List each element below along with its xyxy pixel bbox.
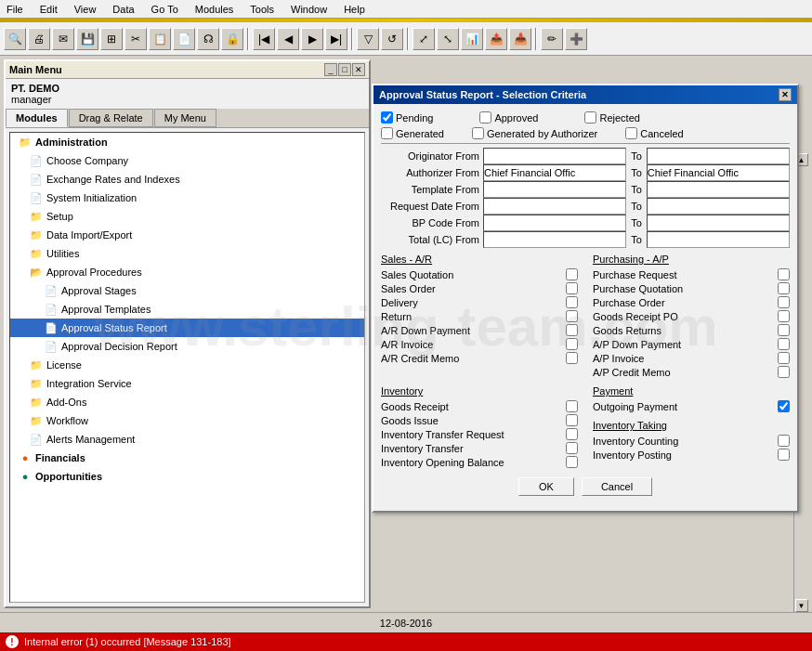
total-to-input[interactable] [647, 231, 790, 248]
toolbar-import-btn[interactable]: 📥 [509, 28, 531, 50]
toolbar-copy-btn[interactable]: 📋 [149, 28, 171, 50]
inv-opening-balance-checkbox[interactable] [566, 456, 578, 468]
template-from-input[interactable] [483, 181, 626, 198]
tree-item-choose-company[interactable]: 📄 Choose Company [10, 151, 364, 170]
toolbar-export-btn[interactable]: 📤 [485, 28, 507, 50]
ap-down-payment-checkbox[interactable] [778, 338, 790, 350]
cancel-button[interactable]: Cancel [582, 477, 652, 496]
tree-item-alerts[interactable]: 📄 Alerts Management [10, 430, 364, 449]
menu-data[interactable]: Data [110, 3, 137, 16]
toolbar-lock-btn[interactable]: 🔒 [221, 28, 243, 50]
toolbar-delete-btn[interactable]: ✂ [124, 28, 147, 50]
tree-item-workflow[interactable]: 📁 Workflow [10, 411, 364, 430]
tree-item-approval-status[interactable]: 📄 Approval Status Report [10, 319, 364, 337]
ar-down-payment-checkbox[interactable] [566, 324, 578, 336]
outgoing-payment-checkbox[interactable] [778, 400, 790, 412]
tree-item-system-init[interactable]: 📄 System Initialization [10, 189, 364, 207]
dialog-close-btn[interactable]: ✕ [779, 88, 792, 101]
toolbar-email-btn[interactable]: ✉ [52, 28, 74, 50]
menu-goto[interactable]: Go To [149, 3, 181, 16]
ap-credit-memo-checkbox[interactable] [778, 366, 790, 378]
menu-help[interactable]: Help [341, 3, 368, 16]
generated-checkbox[interactable] [381, 127, 393, 139]
originator-to-input[interactable] [647, 148, 790, 164]
return-checkbox[interactable] [566, 310, 578, 322]
tab-my-menu[interactable]: My Menu [154, 109, 216, 127]
toolbar-save-btn[interactable]: 💾 [76, 28, 98, 50]
authorizer-to-input[interactable] [647, 164, 790, 181]
menu-modules[interactable]: Modules [192, 3, 237, 16]
inv-taking-section-title[interactable]: Inventory Taking [593, 420, 790, 431]
tree-item-license[interactable]: 📁 License [10, 356, 364, 374]
template-to-input[interactable] [647, 181, 790, 198]
toolbar-add-btn[interactable]: ➕ [565, 28, 587, 50]
toolbar-print-btn[interactable]: 🖨 [28, 28, 50, 50]
inv-posting-checkbox[interactable] [778, 449, 790, 461]
purchase-request-checkbox[interactable] [778, 268, 790, 280]
inv-counting-checkbox[interactable] [778, 435, 790, 447]
tree-section-financials[interactable]: ● Financials [10, 449, 364, 467]
menu-window[interactable]: Window [288, 3, 330, 16]
toolbar-filter-btn[interactable]: ▽ [357, 28, 379, 50]
purchase-quotation-checkbox[interactable] [778, 282, 790, 294]
goods-issue-checkbox[interactable] [566, 414, 578, 426]
panel-minimize-btn[interactable]: _ [324, 63, 337, 76]
sales-order-checkbox[interactable] [566, 282, 578, 294]
inventory-section-title[interactable]: Inventory [381, 385, 578, 397]
pending-checkbox[interactable] [381, 111, 393, 124]
sales-section-title[interactable]: Sales - A/R [381, 254, 578, 265]
toolbar-grid-btn[interactable]: ⊞ [100, 28, 123, 50]
toolbar-expand-btn[interactable]: ⤢ [413, 28, 435, 50]
tab-modules[interactable]: Modules [6, 109, 68, 127]
purchase-order-checkbox[interactable] [778, 296, 790, 308]
goods-receipt-po-checkbox[interactable] [778, 310, 790, 322]
menu-tools[interactable]: Tools [247, 3, 277, 16]
goods-receipt-checkbox[interactable] [566, 400, 578, 412]
request-date-from-input[interactable] [483, 198, 626, 215]
menu-view[interactable]: View [72, 3, 99, 16]
tree-item-approval-stages[interactable]: 📄 Approval Stages [10, 281, 364, 300]
ar-credit-memo-checkbox[interactable] [566, 352, 578, 364]
approved-checkbox[interactable] [479, 111, 491, 124]
toolbar-edit-btn[interactable]: ✏ [541, 28, 563, 50]
tree-section-administration[interactable]: 📁 Administration [10, 133, 364, 151]
generated-authorizer-checkbox[interactable] [472, 127, 484, 139]
bp-code-to-input[interactable] [647, 215, 790, 231]
ok-button[interactable]: OK [518, 477, 574, 496]
toolbar-first-btn[interactable]: |◀ [253, 28, 275, 50]
authorizer-from-input[interactable] [483, 164, 626, 181]
tree-item-approval-decision[interactable]: 📄 Approval Decision Report [10, 337, 364, 356]
toolbar-last-btn[interactable]: ▶| [325, 28, 347, 50]
payment-section-title[interactable]: Payment [593, 385, 790, 397]
toolbar-paste-btn[interactable]: 📄 [173, 28, 195, 50]
bp-code-from-input[interactable] [483, 215, 626, 231]
tree-item-exchange-rates[interactable]: 📄 Exchange Rates and Indexes [10, 170, 364, 189]
tree-item-data-import[interactable]: 📁 Data Import/Export [10, 226, 364, 244]
menu-file[interactable]: File [4, 3, 26, 16]
toolbar-zoom-btn[interactable]: 🔍 [4, 28, 26, 50]
tree-item-approval-templates[interactable]: 📄 Approval Templates [10, 300, 364, 319]
rejected-checkbox[interactable] [584, 111, 596, 124]
delivery-checkbox[interactable] [566, 296, 578, 308]
goods-returns-checkbox[interactable] [778, 324, 790, 336]
toolbar-arrow-btn[interactable]: ☊ [197, 28, 219, 50]
toolbar-chart-btn[interactable]: 📊 [461, 28, 483, 50]
panel-close-btn[interactable]: ✕ [352, 63, 365, 76]
canceled-checkbox[interactable] [625, 127, 637, 139]
tree-item-integration[interactable]: 📁 Integration Service [10, 374, 364, 393]
inv-transfer-checkbox[interactable] [566, 442, 578, 454]
tab-drag-relate[interactable]: Drag & Relate [69, 109, 153, 127]
tree-item-approval-procedures[interactable]: 📂 Approval Procedures [10, 263, 364, 281]
tree-item-utilities[interactable]: 📁 Utilities [10, 244, 364, 263]
ap-invoice-checkbox[interactable] [778, 352, 790, 364]
panel-maximize-btn[interactable]: □ [338, 63, 351, 76]
ar-invoice-checkbox[interactable] [566, 338, 578, 350]
tree-item-setup[interactable]: 📁 Setup [10, 207, 364, 226]
sales-quotation-checkbox[interactable] [566, 268, 578, 280]
toolbar-collapse-btn[interactable]: ⤡ [437, 28, 459, 50]
toolbar-refresh-btn[interactable]: ↺ [381, 28, 403, 50]
inv-transfer-request-checkbox[interactable] [566, 428, 578, 440]
purchasing-section-title[interactable]: Purchasing - A/P [593, 254, 790, 265]
toolbar-next-btn[interactable]: ▶ [301, 28, 323, 50]
tree-item-addons[interactable]: 📁 Add-Ons [10, 393, 364, 411]
